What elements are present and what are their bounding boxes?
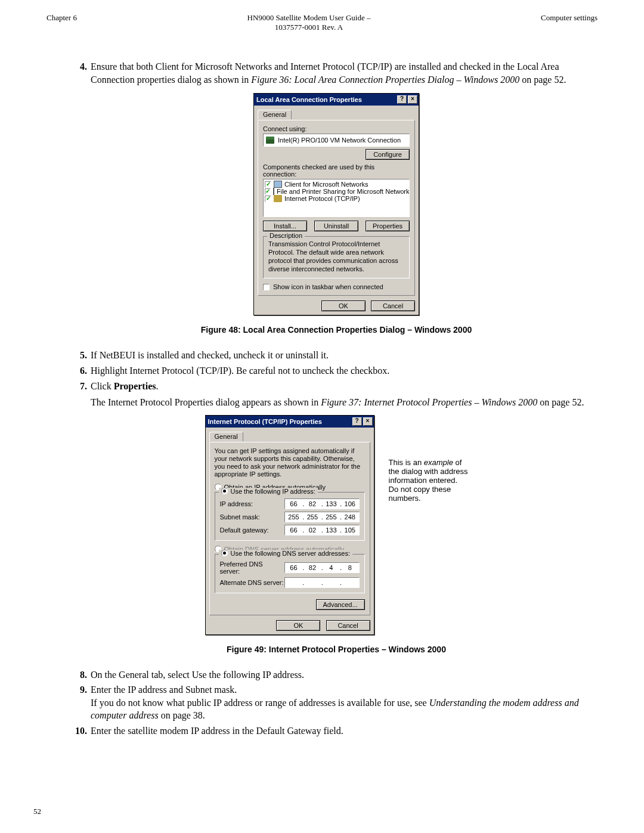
components-label: Components checked are used by this conn… — [263, 163, 410, 178]
default-gateway-input[interactable]: 66. 02. 133. 105 — [284, 525, 360, 535]
step-8: 8.On the General tab, select Use the fol… — [75, 668, 597, 682]
header-center: HN9000 Satellite Modem User Guide – 1037… — [77, 13, 541, 32]
figure-49: Internet Protocol (TCP/IP) Properties ? … — [75, 415, 597, 635]
subnet-mask-row: Subnet mask: 255. 255. 255. 248 — [220, 512, 360, 522]
dialog-title: Internet Protocol (TCP/IP) Properties — [208, 418, 351, 425]
client-icon — [274, 181, 282, 188]
list-item[interactable]: Client for Microsoft Networks — [265, 181, 408, 188]
tcpip-properties-dialog: Internet Protocol (TCP/IP) Properties ? … — [205, 415, 374, 635]
step-7-paragraph: The Internet Protocol Properties dialog … — [91, 396, 597, 409]
properties-button[interactable]: Properties — [366, 221, 410, 231]
ok-button[interactable]: OK — [321, 301, 366, 311]
list-item[interactable]: File and Printer Sharing for Microsoft N… — [265, 188, 408, 195]
description-text: Transmission Control Protocol/Internet P… — [268, 240, 404, 273]
ip-address-row: IP address: 66. 82. 133. 106 — [220, 498, 360, 509]
header-left: Chapter 6 — [47, 13, 77, 32]
step-4: 4. Ensure that both Client for Microsoft… — [75, 60, 597, 86]
adapter-field: Intel(R) PRO/100 VM Network Connection — [263, 134, 410, 147]
show-icon-row[interactable]: Show icon in taskbar when connected — [263, 283, 410, 290]
figure-49-caption: Figure 49: Internet Protocol Properties … — [75, 645, 597, 654]
step-6: 6.Highlight Internet Protocol (TCP/IP). … — [75, 364, 597, 377]
uninstall-button[interactable]: Uninstall — [314, 221, 358, 231]
page-header: Chapter 6 HN9000 Satellite Modem User Gu… — [47, 13, 597, 32]
ok-button[interactable]: OK — [276, 620, 320, 631]
service-icon — [273, 188, 274, 195]
checkbox-icon[interactable] — [265, 196, 271, 202]
radio-icon[interactable] — [221, 550, 228, 556]
figure-48-caption: Figure 48: Local Area Connection Propert… — [75, 325, 597, 335]
step-10: 10.Enter the satellite modem IP address … — [75, 724, 597, 738]
page-number: 52 — [33, 807, 41, 816]
dialog-title: Local Area Connection Properties — [256, 96, 396, 103]
install-button[interactable]: Install... — [263, 221, 307, 231]
lac-properties-dialog: Local Area Connection Properties ? × Gen… — [253, 93, 419, 315]
header-right: Computer settings — [541, 13, 597, 32]
list-item[interactable]: Internet Protocol (TCP/IP) — [265, 195, 408, 202]
step-7: 7.Click Properties. — [75, 380, 597, 393]
subnet-mask-input[interactable]: 255. 255. 255. 248 — [284, 512, 360, 522]
dialog-titlebar: Local Area Connection Properties ? × — [254, 94, 419, 106]
figure-49-annotation: This is an example of the dialog with ad… — [389, 458, 468, 503]
step-9: 9. Enter the IP address and Subnet mask.… — [75, 683, 597, 722]
preferred-dns-input[interactable]: 66. 82. 4. 8 — [284, 562, 360, 573]
blurb-text: You can get IP settings assigned automat… — [215, 447, 365, 479]
nic-icon — [266, 137, 274, 144]
configure-button[interactable]: Configure — [366, 149, 410, 160]
default-gateway-row: Default gateway: 66. 02. 133. 105 — [220, 525, 360, 535]
advanced-button[interactable]: Advanced... — [316, 599, 365, 610]
alternate-dns-row: Alternate DNS server: . . . — [220, 577, 360, 588]
dialog-titlebar: Internet Protocol (TCP/IP) Properties ? … — [206, 416, 374, 428]
ip-address-input[interactable]: 66. 82. 133. 106 — [284, 498, 360, 509]
preferred-dns-row: Preferred DNS server: 66. 82. 4. 8 — [220, 561, 360, 575]
checkbox-icon[interactable] — [263, 284, 270, 290]
alternate-dns-input[interactable]: . . . — [284, 577, 360, 588]
figure-48: Local Area Connection Properties ? × Gen… — [75, 93, 597, 315]
help-icon[interactable]: ? — [352, 417, 362, 426]
checkbox-icon[interactable] — [265, 181, 271, 188]
close-icon[interactable]: × — [363, 417, 373, 426]
radio-icon[interactable] — [221, 488, 228, 494]
step-5: 5.If NetBEUI is installed and checked, u… — [75, 349, 597, 362]
tab-general[interactable]: General — [209, 432, 243, 441]
help-icon[interactable]: ? — [397, 95, 407, 104]
checkbox-icon[interactable] — [265, 188, 271, 195]
cancel-button[interactable]: Cancel — [371, 301, 415, 311]
components-list[interactable]: Client for Microsoft Networks File and P… — [263, 179, 410, 217]
connect-using-label: Connect using: — [263, 125, 410, 132]
close-icon[interactable]: × — [408, 95, 417, 104]
tab-general[interactable]: General — [258, 110, 292, 119]
description-group: Description Transmission Control Protoco… — [263, 236, 410, 278]
protocol-icon — [274, 195, 282, 202]
cancel-button[interactable]: Cancel — [326, 620, 370, 631]
